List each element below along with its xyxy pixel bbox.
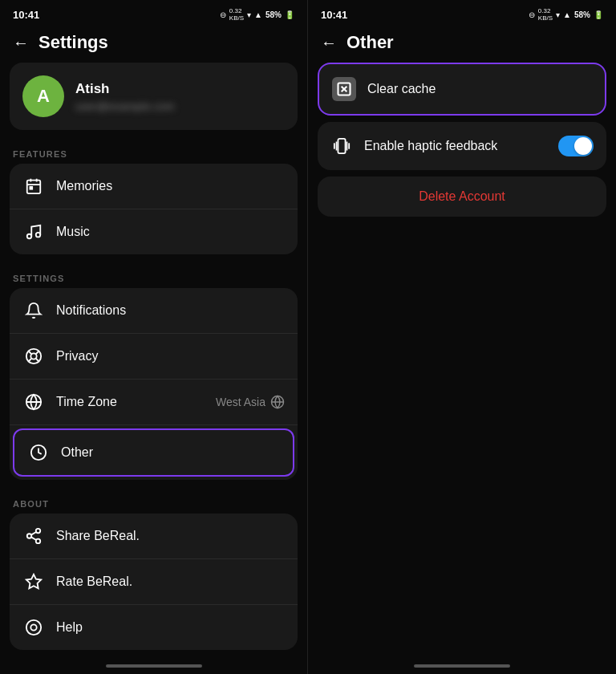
menu-item-memories[interactable]: Memories bbox=[10, 164, 298, 209]
wifi-icon: ▾ bbox=[247, 10, 251, 19]
delete-account-label: Delete Account bbox=[419, 189, 505, 204]
wifi-icon-right: ▾ bbox=[556, 10, 560, 19]
menu-item-help[interactable]: Help bbox=[10, 605, 298, 650]
battery-left: 58% bbox=[265, 10, 282, 19]
x-box-icon bbox=[332, 77, 356, 101]
music-icon bbox=[22, 221, 45, 243]
menu-item-timezone[interactable]: Time Zone West Asia bbox=[10, 380, 298, 425]
avatar: A bbox=[22, 75, 64, 117]
settings-section-label: SETTINGS bbox=[0, 267, 307, 288]
notifications-label: Notifications bbox=[56, 303, 285, 318]
do-not-disturb-icon-right: ⊖ bbox=[529, 10, 535, 19]
share-label: Share BeReal. bbox=[56, 529, 285, 543]
profile-name: Atish bbox=[75, 81, 175, 97]
other-title: Other bbox=[346, 32, 394, 53]
battery-icon: 🔋 bbox=[285, 10, 294, 19]
svg-point-5 bbox=[27, 234, 32, 239]
clear-cache-item[interactable]: Clear cache bbox=[318, 63, 606, 116]
profile-card[interactable]: A Atish user@example.com bbox=[10, 63, 298, 130]
status-bar-right: 10:41 ⊖ 0.32KB/S ▾ ▲ 58% 🔋 bbox=[308, 0, 616, 26]
svg-point-8 bbox=[30, 353, 36, 359]
about-group: Share BeReal. Rate BeReal. Help bbox=[10, 514, 298, 650]
share-icon bbox=[22, 525, 45, 547]
menu-item-notifications[interactable]: Notifications bbox=[10, 288, 298, 334]
svg-point-24 bbox=[26, 620, 41, 635]
svg-point-19 bbox=[27, 534, 32, 538]
time-right: 10:41 bbox=[321, 9, 347, 21]
signal-icon: ▲ bbox=[254, 10, 262, 19]
signal-icon-right: ▲ bbox=[563, 10, 571, 19]
data-usage-right: 0.32KB/S bbox=[538, 7, 553, 22]
other-header: ← Other bbox=[308, 26, 616, 63]
svg-rect-29 bbox=[338, 139, 345, 153]
other-label: Other bbox=[61, 445, 280, 460]
globe-icon bbox=[22, 391, 45, 413]
help-label: Help bbox=[56, 620, 285, 635]
music-label: Music bbox=[56, 225, 285, 239]
timezone-label: Time Zone bbox=[56, 395, 205, 409]
menu-item-share[interactable]: Share BeReal. bbox=[10, 514, 298, 559]
back-button-right[interactable]: ← bbox=[321, 34, 337, 52]
svg-point-6 bbox=[36, 233, 41, 238]
svg-point-25 bbox=[30, 624, 36, 630]
svg-line-12 bbox=[29, 359, 32, 362]
svg-line-11 bbox=[36, 351, 39, 355]
privacy-icon bbox=[22, 345, 45, 367]
bell-icon bbox=[22, 299, 45, 322]
home-indicator-right bbox=[414, 664, 510, 668]
menu-item-other[interactable]: Other bbox=[13, 428, 294, 477]
svg-rect-0 bbox=[27, 181, 41, 194]
about-section-label: ABOUT bbox=[0, 493, 307, 514]
data-usage: 0.32KB/S bbox=[229, 7, 244, 22]
help-icon bbox=[22, 616, 45, 639]
features-section-label: FEATURES bbox=[0, 143, 307, 164]
haptic-label: Enable haptic feedback bbox=[364, 139, 547, 153]
status-icons-right: ⊖ 0.32KB/S ▾ ▲ 58% 🔋 bbox=[529, 7, 603, 22]
svg-line-22 bbox=[31, 532, 36, 535]
status-icons-left: ⊖ 0.32KB/S ▾ ▲ 58% 🔋 bbox=[220, 7, 294, 22]
haptic-feedback-item[interactable]: Enable haptic feedback bbox=[318, 122, 606, 170]
features-group: Memories Music bbox=[10, 164, 298, 254]
right-panel: 10:41 ⊖ 0.32KB/S ▾ ▲ 58% 🔋 ← Other Clear… bbox=[308, 0, 616, 674]
menu-item-privacy[interactable]: Privacy bbox=[10, 334, 298, 380]
profile-info: Atish user@example.com bbox=[75, 81, 175, 112]
privacy-label: Privacy bbox=[56, 349, 285, 363]
settings-group: Notifications Privacy bbox=[10, 288, 298, 480]
back-button-left[interactable]: ← bbox=[13, 34, 29, 52]
do-not-disturb-icon: ⊖ bbox=[220, 10, 226, 19]
memories-label: Memories bbox=[56, 179, 285, 193]
menu-item-music[interactable]: Music bbox=[10, 209, 298, 254]
left-panel: 10:41 ⊖ 0.32KB/S ▾ ▲ 58% 🔋 ← Settings A … bbox=[0, 0, 308, 674]
star-icon bbox=[22, 570, 45, 593]
svg-line-10 bbox=[36, 359, 39, 362]
profile-email: user@example.com bbox=[75, 100, 175, 112]
clear-cache-label: Clear cache bbox=[367, 82, 436, 96]
timezone-value: West Asia bbox=[216, 395, 285, 409]
haptic-toggle[interactable] bbox=[558, 136, 594, 156]
home-indicator-left bbox=[106, 664, 202, 668]
svg-line-21 bbox=[31, 537, 36, 540]
status-bar-left: 10:41 ⊖ 0.32KB/S ▾ ▲ 58% 🔋 bbox=[0, 0, 307, 26]
svg-point-20 bbox=[36, 539, 41, 544]
settings-title: Settings bbox=[38, 32, 108, 53]
svg-marker-23 bbox=[26, 575, 41, 588]
svg-line-9 bbox=[29, 351, 32, 355]
vibrate-icon bbox=[330, 135, 353, 157]
battery-icon-right: 🔋 bbox=[594, 10, 603, 19]
other-icon bbox=[27, 441, 50, 464]
time-left: 10:41 bbox=[13, 9, 39, 21]
delete-account-button[interactable]: Delete Account bbox=[318, 177, 606, 217]
settings-header: ← Settings bbox=[0, 26, 307, 63]
rate-label: Rate BeReal. bbox=[56, 575, 285, 589]
svg-rect-4 bbox=[30, 187, 32, 189]
svg-point-18 bbox=[36, 529, 41, 534]
menu-item-rate[interactable]: Rate BeReal. bbox=[10, 559, 298, 605]
calendar-icon bbox=[22, 175, 45, 197]
battery-right: 58% bbox=[574, 10, 590, 19]
